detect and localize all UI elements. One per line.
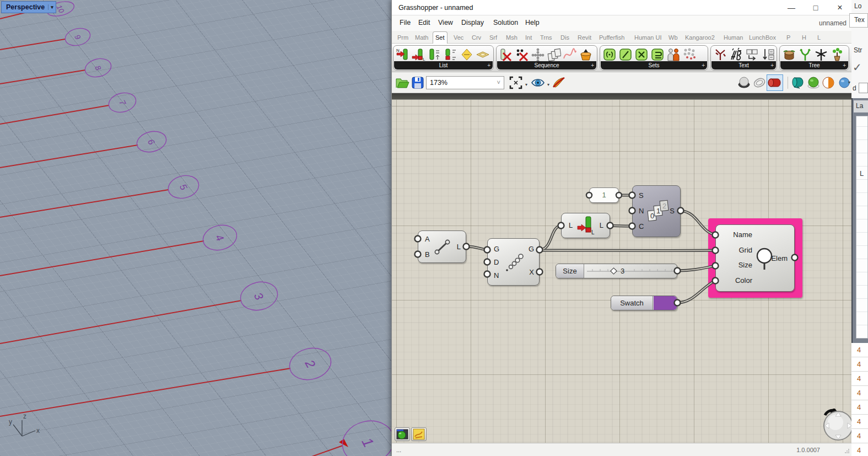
rhino-viewport[interactable]: 10 9 8 7 6 5 4 3 2 1 z y x Perspective xyxy=(0,0,391,456)
swatch-color-field[interactable] xyxy=(654,296,677,310)
list-item[interactable]: 4 xyxy=(851,415,868,429)
line-input-a[interactable]: A xyxy=(425,235,430,243)
zoom-level-combo[interactable]: 173% ˅ xyxy=(426,76,504,89)
list-item-icon[interactable]: L xyxy=(412,47,426,62)
preview-half-icon[interactable] xyxy=(821,76,835,90)
text-sort-icon[interactable] xyxy=(761,47,775,62)
sketch-tool-icon[interactable] xyxy=(552,76,566,90)
tab-kangaroo2[interactable]: Kangaroo2 xyxy=(683,33,717,44)
tab-int[interactable]: Int xyxy=(523,33,534,44)
menu-view[interactable]: View xyxy=(438,19,453,26)
tree-stump-icon[interactable] xyxy=(782,47,796,62)
gh-canvas[interactable]: A B L G D N G X 1 L L L xyxy=(392,100,852,443)
tab-p[interactable]: P xyxy=(784,33,792,44)
text-split-icon[interactable] xyxy=(713,47,727,62)
menu-help[interactable]: Help xyxy=(525,19,540,26)
member-index-icon[interactable] xyxy=(666,47,681,62)
sort-list-icon[interactable] xyxy=(428,47,442,62)
group-more-list[interactable]: + xyxy=(487,61,490,69)
set-difference-icon[interactable] xyxy=(618,47,633,62)
range-icon[interactable] xyxy=(531,47,545,62)
graft-tree-icon[interactable] xyxy=(798,47,812,62)
panel-field-d[interactable] xyxy=(859,83,868,93)
layer-list[interactable]: L xyxy=(856,116,868,339)
menu-file[interactable]: File xyxy=(400,19,411,26)
grid-input-color[interactable]: Color xyxy=(724,276,752,285)
tab-h[interactable]: H xyxy=(800,33,808,44)
sketch-toggle[interactable] xyxy=(411,427,427,441)
divide-output-g[interactable]: G xyxy=(529,245,534,253)
zoom-extents-caret-icon[interactable]: ▾ xyxy=(525,82,527,87)
divide-component[interactable]: G D N G X xyxy=(487,238,540,286)
tab-l[interactable]: L xyxy=(815,33,823,44)
preview-eye-icon[interactable] xyxy=(531,76,545,90)
jitter-icon[interactable] xyxy=(563,47,577,62)
maximize-button[interactable]: □ xyxy=(804,0,828,15)
tab-crv[interactable]: Crv xyxy=(470,33,483,44)
tab-prm[interactable]: Prm xyxy=(395,33,411,44)
series-component[interactable]: S N C S 0 1 2 xyxy=(632,185,681,237)
group-more-sets[interactable]: + xyxy=(702,61,705,69)
series-input-c[interactable]: C xyxy=(639,222,644,230)
list-length-component[interactable]: L L L xyxy=(561,213,610,238)
tab-human[interactable]: Human xyxy=(721,33,745,44)
preview-shaded-red-icon[interactable] xyxy=(768,76,782,90)
concatenate-icon[interactable] xyxy=(745,47,759,62)
grid-component[interactable]: Name Grid Size Color Elem xyxy=(715,224,795,292)
line-output-l[interactable]: L xyxy=(457,243,461,251)
preview-blue-caret-icon[interactable]: ▾ xyxy=(848,80,850,85)
line-component[interactable]: A B L xyxy=(418,230,466,263)
list-item[interactable]: 4 xyxy=(851,443,868,456)
minimize-button[interactable]: — xyxy=(779,0,804,15)
pick-choose-icon[interactable] xyxy=(460,47,474,62)
viewport-menu-caret-icon[interactable]: ▾ xyxy=(48,4,53,10)
tab-pufferfish[interactable]: Pufferfish xyxy=(597,33,627,44)
open-file-icon[interactable] xyxy=(395,76,409,90)
line-input-b[interactable]: B xyxy=(425,250,430,259)
preview-eye-caret-icon[interactable]: ▾ xyxy=(547,82,549,87)
grid-input-name[interactable]: Name xyxy=(724,230,752,239)
tab-vec[interactable]: Vec xyxy=(451,33,466,44)
list-item[interactable]: 4 xyxy=(851,400,868,415)
combo-caret-icon[interactable]: ˅ xyxy=(497,79,500,85)
cull-index-icon[interactable] xyxy=(499,47,513,62)
titlebar[interactable]: Grasshopper - unnamed — □ × xyxy=(392,0,852,15)
tab-set[interactable]: Set xyxy=(433,31,448,44)
list-length-output[interactable]: L xyxy=(600,221,603,229)
group-more-tree[interactable]: + xyxy=(843,61,846,69)
tab-revit[interactable]: Revit xyxy=(575,33,594,44)
divide-input-d[interactable]: D xyxy=(494,258,499,266)
menu-solution[interactable]: Solution xyxy=(493,19,518,26)
nav-sphere[interactable] xyxy=(817,409,852,443)
panel-field-tex[interactable]: Tex xyxy=(849,13,868,28)
viewport-preview-toggle[interactable] xyxy=(395,427,410,441)
text-case-icon[interactable] xyxy=(729,47,743,62)
zoom-extents-icon[interactable] xyxy=(509,76,523,90)
group-more-text[interactable]: + xyxy=(770,61,774,69)
list-item[interactable]: 4 xyxy=(851,429,868,443)
set-union-icon[interactable] xyxy=(650,47,665,62)
tab-dis[interactable]: Dis xyxy=(558,33,572,44)
preview-green-icon[interactable] xyxy=(806,76,821,90)
menu-display[interactable]: Display xyxy=(461,19,484,26)
close-button[interactable]: × xyxy=(828,0,852,15)
size-slider-rail[interactable] xyxy=(585,264,676,278)
sub-set-icon[interactable] xyxy=(682,47,697,62)
tab-trns[interactable]: Trns xyxy=(538,33,554,44)
tab-human-ui[interactable]: Human UI xyxy=(632,33,664,44)
divide-input-n[interactable]: N xyxy=(494,271,499,280)
random-reduce-icon[interactable] xyxy=(515,47,529,62)
simplify-tree-icon[interactable] xyxy=(830,47,844,62)
series-input-s[interactable]: S xyxy=(639,191,644,200)
grid-input-grid[interactable]: Grid xyxy=(724,246,752,254)
flatten-tree-icon[interactable] xyxy=(814,47,828,62)
list-item[interactable]: 4 xyxy=(851,386,868,400)
menu-edit[interactable]: Edit xyxy=(418,19,430,26)
divide-input-g[interactable]: G xyxy=(494,245,499,253)
preview-shaded-icon[interactable] xyxy=(737,76,751,90)
cull-pattern-icon[interactable] xyxy=(476,47,490,62)
insert-items-icon[interactable]: N xyxy=(396,47,410,62)
list-item[interactable]: 4 xyxy=(851,343,868,357)
save-file-icon[interactable] xyxy=(411,76,425,90)
preview-teal-icon[interactable] xyxy=(791,76,805,90)
